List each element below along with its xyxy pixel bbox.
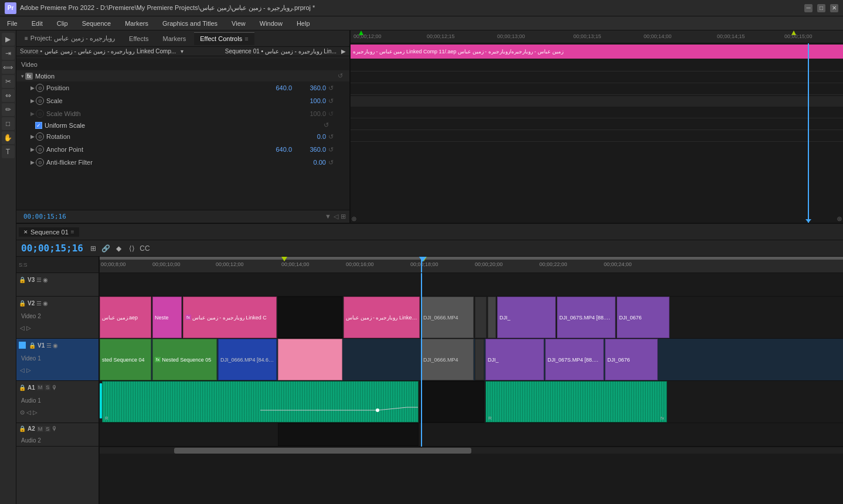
v2-arrow-right[interactable]: ▷: [26, 325, 31, 331]
menu-view[interactable]: View: [229, 19, 248, 28]
sequence-tab-01[interactable]: ✕ Sequence 01 ≡: [19, 227, 79, 237]
uniform-scale-reset[interactable]: ↺: [321, 121, 331, 129]
v1-arrow-left[interactable]: ◁: [20, 367, 25, 373]
position-stopwatch[interactable]: ⊙: [36, 84, 44, 92]
selection-tool[interactable]: ▶: [2, 33, 15, 46]
anchor-stopwatch[interactable]: ⊙: [36, 145, 44, 154]
add-marker-tool[interactable]: ◆: [114, 243, 124, 254]
tab-markers[interactable]: Markers: [157, 32, 192, 45]
v2-clip-6[interactable]: [475, 297, 487, 338]
sequence-tab-menu[interactable]: ≡: [71, 229, 74, 235]
v2-clip-8[interactable]: DJI_: [497, 297, 556, 338]
v1-clip-1[interactable]: sted Sequence 04: [100, 339, 151, 380]
scale-value[interactable]: 100.0: [297, 97, 326, 104]
v2-eye-icon[interactable]: ◉: [43, 300, 48, 307]
v2-cam-icon[interactable]: ☰: [36, 300, 42, 307]
position-reset[interactable]: ↺: [326, 84, 335, 92]
v2-clip-2[interactable]: Neste: [152, 297, 182, 338]
v1-clip-9[interactable]: DJI_0676: [605, 339, 658, 380]
menu-file[interactable]: File: [5, 19, 20, 28]
rect-tool[interactable]: □: [2, 117, 15, 130]
v1-eye-icon[interactable]: ◉: [53, 342, 58, 349]
text-tool[interactable]: T: [2, 145, 15, 158]
v3-cam-icon[interactable]: ☰: [36, 277, 42, 283]
v2-clip-5[interactable]: DJI_0666.MP4: [421, 297, 474, 338]
menu-sequence[interactable]: Sequence: [80, 19, 114, 28]
anti-flicker-value[interactable]: 0.00: [297, 159, 326, 166]
a1-audio-clip-2[interactable]: fx R: [485, 381, 667, 423]
v1-cam-icon[interactable]: ☰: [46, 342, 52, 349]
rotation-stopwatch[interactable]: ⊙: [36, 132, 44, 141]
hand-tool[interactable]: ✋: [2, 131, 15, 144]
anchor-reset[interactable]: ↺: [326, 146, 335, 154]
v1-clip-4[interactable]: [278, 339, 342, 380]
v2-arrow-left[interactable]: ◁: [20, 325, 25, 331]
uniform-scale-checkbox[interactable]: ✓: [35, 122, 42, 129]
captions-tool[interactable]: CC: [140, 243, 150, 254]
anti-flicker-stopwatch[interactable]: ⊙: [36, 158, 44, 166]
timeline-scroll-thumb[interactable]: [174, 448, 471, 454]
v1-clip-8[interactable]: DJI_067S.MP4 [88.19%]: [545, 339, 604, 380]
razor-tool[interactable]: ✂: [2, 75, 15, 88]
track-select-tool[interactable]: ⇥: [2, 47, 15, 60]
motion-reset-icon[interactable]: ↺: [335, 72, 345, 80]
motion-header[interactable]: ▾ fx Motion ↺: [16, 70, 349, 81]
a2-lock-icon[interactable]: 🔒: [19, 425, 26, 432]
rotation-value[interactable]: 0.0: [297, 133, 326, 140]
menu-edit[interactable]: Edit: [29, 19, 45, 28]
tab-effects[interactable]: Effects: [123, 32, 154, 45]
a1-arrow-right[interactable]: ▷: [33, 409, 38, 416]
v1-clip-7[interactable]: DJI_: [485, 339, 544, 380]
a1-arrow-left[interactable]: ◁: [26, 409, 31, 416]
menu-help[interactable]: Help: [294, 19, 312, 28]
window-controls[interactable]: ─ □ ✕: [804, 4, 838, 12]
linked-tool[interactable]: 🔗: [101, 243, 111, 254]
position-x[interactable]: 640.0: [263, 84, 292, 91]
menu-window[interactable]: Window: [257, 19, 285, 28]
maximize-button[interactable]: □: [817, 4, 825, 12]
v1-arrow-right[interactable]: ▷: [26, 367, 31, 373]
v1-lock-icon[interactable]: 🔒: [29, 342, 36, 349]
v2-clip-4[interactable]: رویارجیره - زمین عباس Linked Comp 11 زمی…: [344, 297, 420, 338]
a1-lock-icon[interactable]: 🔒: [19, 384, 26, 391]
tab-project[interactable]: ≡ Project: رویارجیره - زمین عباس: [19, 32, 121, 45]
scale-stopwatch[interactable]: ⊙: [36, 97, 44, 105]
v2-lock-icon[interactable]: 🔒: [19, 300, 26, 307]
v2-clip-3[interactable]: fx رویارجیره - زمین عباس Linked C: [183, 297, 277, 338]
menu-clip[interactable]: Clip: [55, 19, 70, 28]
timeline-scrollbar[interactable]: [100, 447, 843, 454]
a1-audio-clip-1[interactable]: R: [102, 381, 419, 423]
v2-clip-black[interactable]: [278, 297, 342, 338]
v2-clip-1[interactable]: زمین عباس.aep: [100, 297, 151, 338]
anti-flicker-reset[interactable]: ↺: [326, 159, 335, 166]
rotation-reset[interactable]: ↺: [326, 133, 335, 141]
et-main-clip[interactable]: زمین عباس - رویارجیره/رویارجیره - زمین ع…: [351, 45, 843, 59]
a2-s-btn[interactable]: S: [45, 426, 50, 432]
v3-lock-icon[interactable]: 🔒: [19, 277, 26, 283]
snap-tool[interactable]: ⊞: [88, 243, 98, 254]
minimize-button[interactable]: ─: [804, 4, 813, 12]
timeline-timecode-display[interactable]: 00;00;15;16: [21, 243, 83, 254]
v1-clip-6[interactable]: [475, 339, 484, 380]
tab-effect-controls[interactable]: Effect Controls ≡: [194, 32, 254, 45]
pen-tool[interactable]: ✏: [2, 103, 15, 116]
v1-clip-2[interactable]: fx Nested Sequence 05: [152, 339, 217, 380]
v1-clip-5[interactable]: DJI_0666.MP4: [421, 339, 474, 380]
slip-tool[interactable]: ⇔: [2, 89, 15, 102]
menu-markers[interactable]: Markers: [123, 19, 151, 28]
v2-clip-9[interactable]: DJI_067S.MP4 [88.19%]: [557, 297, 616, 338]
anchor-y[interactable]: 360.0: [297, 146, 326, 153]
v1-clip-3[interactable]: DJI_0666.MP4 [84.62%]: [218, 339, 277, 380]
menu-graphics[interactable]: Graphics and Titles: [160, 19, 220, 28]
v3-eye-icon[interactable]: ◉: [43, 277, 48, 283]
audio-track-keyframe-tool[interactable]: ⟨⟩: [127, 243, 137, 254]
v2-clip-10[interactable]: DJI_0676: [617, 297, 669, 338]
ripple-edit-tool[interactable]: ⟺: [2, 61, 15, 74]
position-y[interactable]: 360.0: [297, 84, 326, 91]
a2-m-btn[interactable]: M: [37, 426, 44, 432]
a1-m-btn[interactable]: M: [37, 384, 44, 390]
v2-clip-7[interactable]: [488, 297, 496, 338]
sequence-close-x[interactable]: ✕: [23, 229, 28, 235]
anchor-x[interactable]: 640.0: [263, 146, 292, 153]
a1-s-btn[interactable]: S: [45, 384, 50, 390]
